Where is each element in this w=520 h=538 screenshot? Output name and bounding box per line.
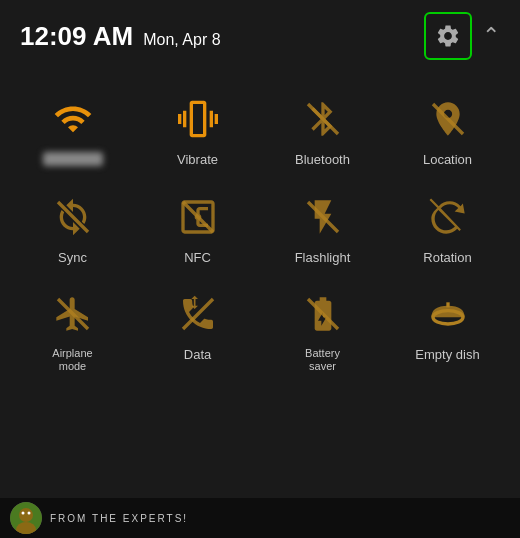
clock: 12:09 AM bbox=[20, 21, 133, 52]
wifi-label bbox=[43, 152, 103, 166]
flashlight-label: Flashlight bbox=[295, 250, 351, 266]
svg-point-11 bbox=[19, 508, 33, 522]
svg-point-14 bbox=[28, 512, 31, 515]
wifi-icon bbox=[48, 94, 98, 144]
qs-data[interactable]: Data bbox=[135, 275, 260, 383]
rotation-off-icon bbox=[423, 192, 473, 242]
nfc-off-icon bbox=[173, 192, 223, 242]
vibrate-label: Vibrate bbox=[177, 152, 218, 168]
sync-label: Sync bbox=[58, 250, 87, 266]
battery-saver-icon bbox=[298, 289, 348, 339]
qs-vibrate[interactable]: Vibrate bbox=[135, 80, 260, 178]
settings-button[interactable] bbox=[424, 12, 472, 60]
empty-dish-label: Empty dish bbox=[415, 347, 479, 363]
qs-rotation[interactable]: Rotation bbox=[385, 178, 510, 276]
empty-dish-icon bbox=[423, 289, 473, 339]
qs-wifi[interactable] bbox=[10, 80, 135, 178]
bluetooth-label: Bluetooth bbox=[295, 152, 350, 168]
sync-off-icon bbox=[48, 192, 98, 242]
qs-flashlight[interactable]: Flashlight bbox=[260, 178, 385, 276]
svg-line-3 bbox=[183, 202, 213, 232]
vibrate-icon bbox=[173, 94, 223, 144]
header-controls: ⌃ bbox=[424, 12, 500, 60]
qs-battery-saver[interactable]: Batterysaver bbox=[260, 275, 385, 383]
data-label: Data bbox=[184, 347, 211, 363]
gear-icon bbox=[435, 23, 461, 49]
qs-sync[interactable]: Sync bbox=[10, 178, 135, 276]
nfc-label: NFC bbox=[184, 250, 211, 266]
flashlight-off-icon bbox=[298, 192, 348, 242]
svg-point-13 bbox=[22, 512, 25, 515]
qs-location[interactable]: Location bbox=[385, 80, 510, 178]
qs-airplane[interactable]: Airplanemode bbox=[10, 275, 135, 383]
watermark-avatar bbox=[10, 502, 42, 534]
time-date: 12:09 AM Mon, Apr 8 bbox=[20, 21, 221, 52]
location-off-icon bbox=[423, 94, 473, 144]
rotation-label: Rotation bbox=[423, 250, 471, 266]
date: Mon, Apr 8 bbox=[143, 31, 220, 49]
airplane-label: Airplanemode bbox=[52, 347, 92, 373]
quick-settings-grid: Vibrate Bluetooth Location bbox=[0, 70, 520, 384]
qs-empty-dish[interactable]: Empty dish bbox=[385, 275, 510, 383]
collapse-button[interactable]: ⌃ bbox=[482, 23, 500, 49]
data-icon bbox=[173, 289, 223, 339]
airplane-off-icon bbox=[48, 289, 98, 339]
bluetooth-off-icon bbox=[298, 94, 348, 144]
qs-nfc[interactable]: NFC bbox=[135, 178, 260, 276]
battery-saver-label: Batterysaver bbox=[305, 347, 340, 373]
status-header: 12:09 AM Mon, Apr 8 ⌃ bbox=[0, 0, 520, 70]
qs-bluetooth[interactable]: Bluetooth bbox=[260, 80, 385, 178]
watermark: FROM THE EXPERTS! bbox=[0, 498, 520, 538]
location-label: Location bbox=[423, 152, 472, 168]
watermark-text: FROM THE EXPERTS! bbox=[50, 513, 188, 524]
